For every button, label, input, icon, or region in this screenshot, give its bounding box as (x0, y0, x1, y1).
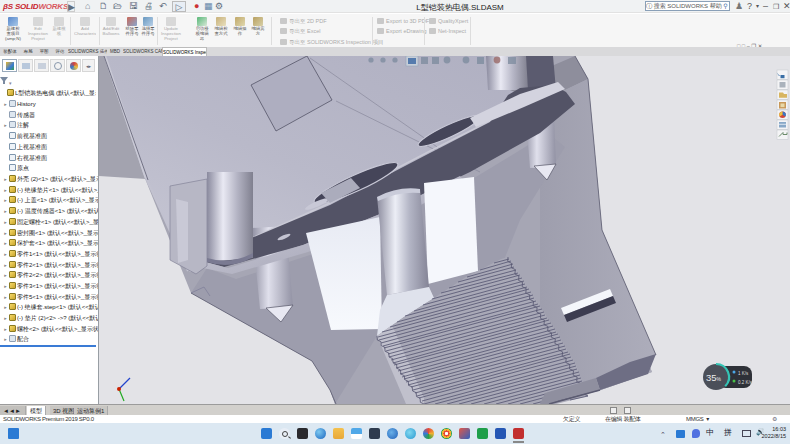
svg-text:0.2 K/s: 0.2 K/s (738, 380, 753, 385)
svg-text:1 K/s: 1 K/s (738, 371, 749, 376)
